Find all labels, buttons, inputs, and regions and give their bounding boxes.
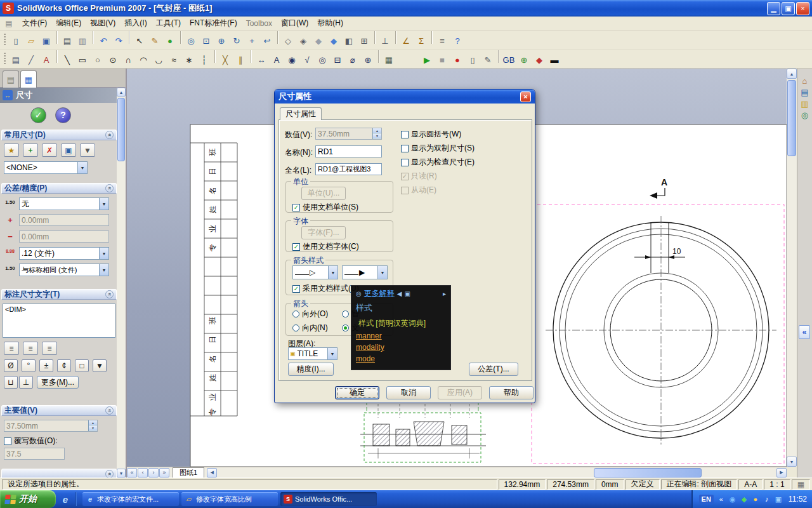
start-button[interactable]: 开始 xyxy=(0,490,56,508)
tolerance-precision-dropdown[interactable]: 与标称相同 (文件) ▼ xyxy=(19,264,109,276)
square-symbol-button[interactable]: □ xyxy=(75,359,89,372)
options-button[interactable]: ≡ xyxy=(435,34,449,48)
new-macro-button[interactable]: ▯ xyxy=(466,53,480,67)
precision-dropdown[interactable]: .12 (文件) ▼ xyxy=(19,247,109,260)
collapse-chevron-icon[interactable]: « xyxy=(105,470,114,478)
menu-item-fnt-standards[interactable]: FNT标准件(F) xyxy=(185,17,242,30)
arrow-style-dropdown-2[interactable]: ▶ ▼ xyxy=(342,265,388,279)
perimeter-circle-button[interactable]: ⊙ xyxy=(106,53,120,67)
print-preview-button[interactable]: ▥ xyxy=(75,34,89,48)
surface-finish-button[interactable]: √ xyxy=(300,53,314,67)
degree-symbol-button[interactable]: ° xyxy=(22,359,36,372)
smart-dimension-button[interactable]: ↔ xyxy=(254,53,268,67)
tangent-arc-button[interactable]: ◠ xyxy=(136,53,150,67)
pan-button[interactable]: + xyxy=(245,34,259,48)
previous-view-button[interactable]: ↩ xyxy=(260,34,274,48)
scroll-up-icon[interactable]: ▲ xyxy=(117,88,126,97)
copy-icon[interactable]: ▣ xyxy=(404,290,410,297)
horizontal-scrollbar[interactable]: ◀ ▶ xyxy=(207,468,787,478)
ok-button[interactable]: ✓ xyxy=(30,107,46,123)
more-symbols-button[interactable]: 更多(M)... xyxy=(37,376,79,389)
three-point-arc-button[interactable]: ◡ xyxy=(152,53,166,67)
document-icon[interactable]: ▤ xyxy=(4,19,14,28)
tolerance-button[interactable]: 公差(T)... xyxy=(469,363,518,376)
help-button[interactable]: ? xyxy=(450,34,464,48)
menu-item-view[interactable]: 视图(V) xyxy=(86,17,120,30)
security-tray-icon[interactable]: ◆ xyxy=(740,495,749,504)
menu-item-insert[interactable]: 插入(I) xyxy=(120,17,151,30)
hole-callout-button[interactable]: ⌀ xyxy=(346,53,360,67)
add-favorite-button[interactable]: + xyxy=(23,144,38,157)
taskbar-task-solidworks[interactable]: S SolidWorks Offic... xyxy=(280,492,377,506)
spin-down-icon[interactable]: ▼ xyxy=(89,426,97,432)
arrows-outside-radio[interactable] xyxy=(292,311,299,318)
feature-manager-tab[interactable]: ▤ xyxy=(3,70,19,88)
scroll-left-icon[interactable]: ◀ xyxy=(207,468,217,478)
font-color-button[interactable]: A xyxy=(39,53,53,67)
use-doc-font-checkbox[interactable]: ✓ xyxy=(292,243,300,251)
scroll-down-icon[interactable]: ▼ xyxy=(787,457,797,467)
measure-button[interactable]: ∠ xyxy=(399,34,413,48)
circle-tool-button[interactable]: ○ xyxy=(91,53,105,67)
plus-minus-symbol-button[interactable]: ± xyxy=(39,359,53,372)
stop-macro-button[interactable]: ■ xyxy=(435,53,449,67)
save-favorite-button[interactable]: ▣ xyxy=(61,144,76,157)
next-sheet-button[interactable]: › xyxy=(148,468,159,478)
last-sheet-button[interactable]: » xyxy=(159,468,169,478)
favorites-dropdown[interactable]: <NONE> ▼ xyxy=(4,161,88,174)
view-orientation-button[interactable]: ⊞ xyxy=(357,34,371,48)
override-value-checkbox[interactable] xyxy=(4,438,11,445)
dictionary-tray-icon[interactable]: ◉ xyxy=(728,495,737,504)
dialog-close-button[interactable]: × xyxy=(520,91,531,102)
hidden-lines-removed-button[interactable]: ◆ xyxy=(311,34,325,48)
point-button[interactable]: ∗ xyxy=(182,53,196,67)
collapse-chevron-icon[interactable]: « xyxy=(105,290,114,298)
zoom-to-area-button[interactable]: ⊡ xyxy=(199,34,213,48)
menu-item-window[interactable]: 窗口(W) xyxy=(277,17,313,30)
menu-item-tools[interactable]: 工具(T) xyxy=(152,17,185,30)
delete-favorite-button[interactable]: ✗ xyxy=(42,144,57,157)
rebuild-button[interactable]: ● xyxy=(163,34,177,48)
more-symbols-button[interactable]: ▼ xyxy=(93,359,107,372)
menu-item-edit[interactable]: 编辑(E) xyxy=(51,17,86,30)
depth-symbol-button[interactable]: ⊥ xyxy=(19,376,33,389)
translation-link-mode[interactable]: mode xyxy=(356,354,446,363)
first-sheet-button[interactable]: « xyxy=(127,468,137,478)
arrow-style-dropdown-1[interactable]: ▷ ▼ xyxy=(292,265,338,279)
restore-button[interactable]: ▣ xyxy=(782,2,795,15)
collapse-chevron-icon[interactable]: « xyxy=(105,406,114,415)
scrollbar-thumb[interactable] xyxy=(117,98,125,161)
center-mark-button[interactable]: ⊕ xyxy=(361,53,375,67)
volume-tray-icon[interactable]: ♪ xyxy=(763,495,771,503)
close-button[interactable]: × xyxy=(796,2,809,15)
collapse-chevron-icon[interactable]: « xyxy=(105,184,114,192)
pin-icon[interactable]: ▸ xyxy=(443,290,446,297)
section-header-tolerance-precision[interactable]: 公差/精度(P) « xyxy=(1,183,117,194)
magnifier-icon[interactable]: ◎ xyxy=(356,290,362,297)
hidden-lines-visible-button[interactable]: ◈ xyxy=(296,34,310,48)
note-button[interactable]: A xyxy=(270,53,284,67)
panel-scrollbar[interactable]: ▲ ▼ xyxy=(117,88,126,478)
translation-link-manner[interactable]: manner xyxy=(356,331,446,340)
status-grid-icon[interactable]: ▦ xyxy=(792,479,810,490)
section-header-partial[interactable]: « xyxy=(1,469,117,478)
dialog-tab[interactable]: 尺寸属性 xyxy=(280,107,322,120)
toolbar-grip[interactable] xyxy=(4,34,6,46)
section-header-primary-value[interactable]: 主要值(V) « xyxy=(1,405,117,416)
redo-button[interactable]: ↷ xyxy=(112,34,126,48)
dual-dimension-checkbox[interactable] xyxy=(401,145,409,152)
hidden-icons-chevron[interactable]: « xyxy=(717,495,726,503)
vertical-scrollbar[interactable]: ▲ ▼ xyxy=(787,69,797,467)
taskbar-task-browser[interactable]: e 求改字体的宏文件... xyxy=(82,492,179,506)
design-library-icon[interactable]: ▤ xyxy=(799,86,811,98)
property-manager-tab[interactable]: ▦ xyxy=(20,70,37,88)
centerline-button[interactable]: ┆ xyxy=(197,53,211,67)
run-macro-button[interactable]: ▶ xyxy=(420,53,434,67)
line-format-button[interactable]: ╱ xyxy=(24,53,38,67)
previous-sheet-button[interactable]: ‹ xyxy=(138,468,148,478)
save-button[interactable]: ▣ xyxy=(39,34,53,48)
scroll-down-icon[interactable]: ▼ xyxy=(117,469,126,478)
primary-value-spinner[interactable]: ▲▼ xyxy=(88,420,97,431)
use-doc-style-checkbox[interactable]: ✓ xyxy=(292,285,300,293)
dropdown-arrow-icon[interactable]: ▼ xyxy=(99,248,108,259)
